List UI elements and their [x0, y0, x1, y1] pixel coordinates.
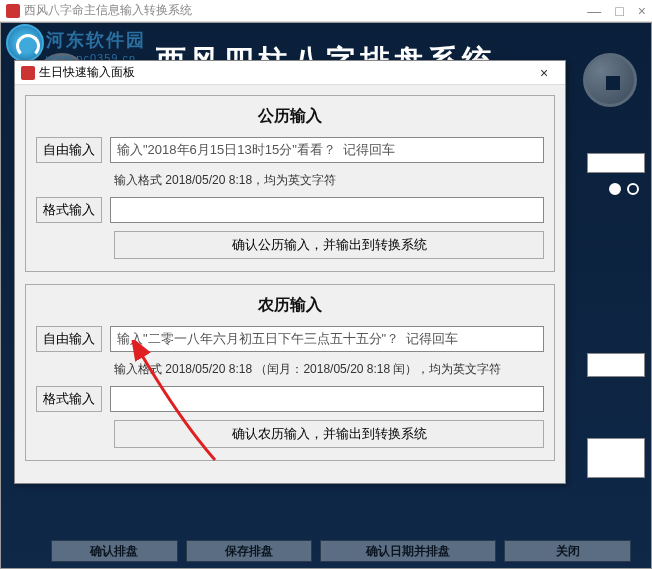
lunar-free-label: 自由输入 — [36, 326, 102, 352]
lunar-format-label: 格式输入 — [36, 386, 102, 412]
dialog-title: 生日快速输入面板 — [39, 64, 135, 81]
lunar-free-input[interactable] — [110, 326, 544, 352]
maximize-button[interactable]: □ — [615, 3, 623, 19]
parent-titlebar: 西风八字命主信息输入转换系统 — □ × — [0, 0, 652, 22]
side-panel-1 — [587, 353, 645, 377]
app-icon — [6, 4, 20, 18]
gregorian-hint: 输入格式 2018/05/20 8:18，均为英文字符 — [114, 171, 544, 189]
gregorian-format-input[interactable] — [110, 197, 544, 223]
side-radio-2[interactable] — [627, 183, 639, 195]
confirm-date-paipan-button[interactable]: 确认日期并排盘 — [320, 540, 496, 562]
minimize-button[interactable]: — — [587, 3, 601, 19]
side-panel-2 — [587, 438, 645, 478]
lunar-group: 农历输入 自由输入 输入格式 2018/05/20 8:18 （闰月：2018/… — [25, 284, 555, 461]
confirm-paipan-button[interactable]: 确认排盘 — [51, 540, 178, 562]
gregorian-free-label: 自由输入 — [36, 137, 102, 163]
lunar-format-input[interactable] — [110, 386, 544, 412]
save-paipan-button[interactable]: 保存排盘 — [186, 540, 313, 562]
lunar-hint: 输入格式 2018/05/20 8:18 （闰月：2018/05/20 8:18… — [114, 360, 544, 378]
birthday-input-dialog: 生日快速输入面板 × 公历输入 自由输入 输入格式 2018/05/20 8:1… — [14, 60, 566, 484]
bottom-button-bar: 确认排盘 保存排盘 确认日期并排盘 关闭 — [51, 540, 631, 562]
gregorian-confirm-button[interactable]: 确认公历输入，并输出到转换系统 — [114, 231, 544, 259]
gregorian-format-label: 格式输入 — [36, 197, 102, 223]
dialog-close-button[interactable]: × — [529, 65, 559, 81]
gregorian-free-input[interactable] — [110, 137, 544, 163]
dialog-icon — [21, 66, 35, 80]
coin-decoration-right — [583, 53, 637, 107]
dialog-titlebar: 生日快速输入面板 × — [15, 61, 565, 85]
side-dropdown-1[interactable] — [587, 153, 645, 173]
lunar-title: 农历输入 — [36, 295, 544, 316]
close-button[interactable]: × — [638, 3, 646, 19]
parent-title: 西风八字命主信息输入转换系统 — [24, 2, 192, 19]
side-radio-1[interactable] — [609, 183, 621, 195]
lunar-confirm-button[interactable]: 确认农历输入，并输出到转换系统 — [114, 420, 544, 448]
gregorian-title: 公历输入 — [36, 106, 544, 127]
gregorian-group: 公历输入 自由输入 输入格式 2018/05/20 8:18，均为英文字符 格式… — [25, 95, 555, 272]
close-button-bottom[interactable]: 关闭 — [504, 540, 631, 562]
